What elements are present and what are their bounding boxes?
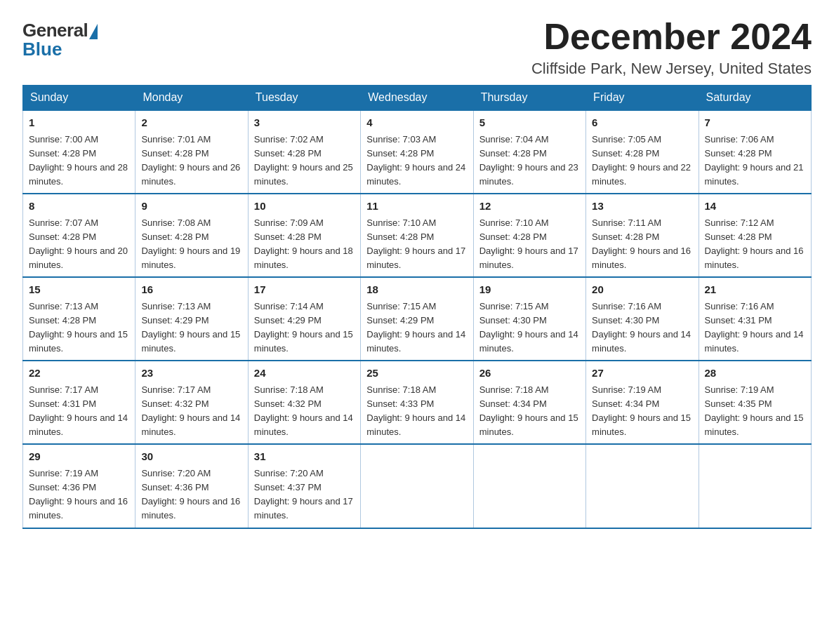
day-info: Sunrise: 7:10 AMSunset: 4:28 PMDaylight:… (366, 217, 465, 270)
day-cell: 25Sunrise: 7:18 AMSunset: 4:33 PMDayligh… (361, 361, 473, 444)
col-header-monday: Monday (135, 86, 248, 111)
day-number: 25 (366, 365, 467, 382)
calendar-table: SundayMondayTuesdayWednesdayThursdayFrid… (22, 85, 812, 528)
day-number: 11 (366, 199, 467, 215)
day-number: 20 (592, 282, 692, 298)
day-info: Sunrise: 7:13 AMSunset: 4:29 PMDaylight:… (141, 301, 240, 354)
day-cell: 1Sunrise: 7:00 AMSunset: 4:28 PMDaylight… (23, 110, 135, 194)
day-cell: 24Sunrise: 7:18 AMSunset: 4:32 PMDayligh… (248, 361, 360, 444)
day-cell: 29Sunrise: 7:19 AMSunset: 4:36 PMDayligh… (23, 444, 135, 528)
day-cell: 22Sunrise: 7:17 AMSunset: 4:31 PMDayligh… (23, 361, 135, 444)
day-cell: 3Sunrise: 7:02 AMSunset: 4:28 PMDaylight… (248, 110, 360, 194)
day-info: Sunrise: 7:11 AMSunset: 4:28 PMDaylight:… (592, 217, 691, 270)
day-cell: 8Sunrise: 7:07 AMSunset: 4:28 PMDaylight… (23, 194, 135, 277)
day-info: Sunrise: 7:20 AMSunset: 4:36 PMDaylight:… (141, 468, 240, 521)
day-number: 26 (479, 365, 580, 382)
day-number: 23 (141, 365, 241, 382)
title-block: December 2024 Cliffside Park, New Jersey… (531, 17, 812, 78)
day-number: 12 (479, 199, 580, 215)
day-cell: 11Sunrise: 7:10 AMSunset: 4:28 PMDayligh… (361, 194, 473, 277)
day-cell: 20Sunrise: 7:16 AMSunset: 4:30 PMDayligh… (586, 277, 699, 361)
week-row-4: 22Sunrise: 7:17 AMSunset: 4:31 PMDayligh… (23, 361, 812, 444)
day-cell: 12Sunrise: 7:10 AMSunset: 4:28 PMDayligh… (473, 194, 585, 277)
month-title: December 2024 (531, 17, 812, 57)
col-header-friday: Friday (586, 86, 699, 111)
col-header-thursday: Thursday (473, 86, 585, 111)
week-row-2: 8Sunrise: 7:07 AMSunset: 4:28 PMDaylight… (23, 194, 812, 277)
day-cell: 28Sunrise: 7:19 AMSunset: 4:35 PMDayligh… (699, 361, 811, 444)
day-number: 5 (479, 115, 580, 131)
day-number: 1 (29, 115, 129, 131)
day-number: 30 (141, 449, 241, 465)
day-number: 31 (254, 449, 355, 465)
day-cell: 27Sunrise: 7:19 AMSunset: 4:34 PMDayligh… (586, 361, 699, 444)
day-info: Sunrise: 7:05 AMSunset: 4:28 PMDaylight:… (592, 134, 691, 187)
day-info: Sunrise: 7:06 AMSunset: 4:28 PMDaylight:… (705, 134, 804, 187)
day-cell: 10Sunrise: 7:09 AMSunset: 4:28 PMDayligh… (248, 194, 360, 277)
day-cell: 16Sunrise: 7:13 AMSunset: 4:29 PMDayligh… (135, 277, 248, 361)
week-row-3: 15Sunrise: 7:13 AMSunset: 4:28 PMDayligh… (23, 277, 812, 361)
day-cell: 6Sunrise: 7:05 AMSunset: 4:28 PMDaylight… (586, 110, 699, 194)
page-header: General Blue December 2024 Cliffside Par… (22, 17, 812, 78)
day-number: 27 (592, 365, 692, 382)
day-info: Sunrise: 7:15 AMSunset: 4:29 PMDaylight:… (366, 301, 465, 354)
col-header-sunday: Sunday (23, 86, 135, 111)
day-number: 24 (254, 365, 355, 382)
day-info: Sunrise: 7:19 AMSunset: 4:35 PMDaylight:… (705, 384, 804, 437)
day-number: 14 (705, 199, 805, 215)
day-cell: 21Sunrise: 7:16 AMSunset: 4:31 PMDayligh… (699, 277, 811, 361)
day-cell: 31Sunrise: 7:20 AMSunset: 4:37 PMDayligh… (248, 444, 360, 528)
day-info: Sunrise: 7:07 AMSunset: 4:28 PMDaylight:… (29, 217, 128, 270)
day-number: 2 (141, 115, 241, 131)
day-info: Sunrise: 7:19 AMSunset: 4:34 PMDaylight:… (592, 384, 691, 437)
day-cell: 2Sunrise: 7:01 AMSunset: 4:28 PMDaylight… (135, 110, 248, 194)
logo: General Blue (22, 17, 98, 60)
day-number: 3 (254, 115, 355, 131)
day-number: 28 (705, 365, 805, 382)
day-number: 21 (705, 282, 805, 298)
day-number: 8 (29, 199, 129, 215)
day-info: Sunrise: 7:18 AMSunset: 4:34 PMDaylight:… (479, 384, 578, 437)
week-row-5: 29Sunrise: 7:19 AMSunset: 4:36 PMDayligh… (23, 444, 812, 528)
col-header-saturday: Saturday (699, 86, 811, 111)
day-number: 13 (592, 199, 692, 215)
day-info: Sunrise: 7:20 AMSunset: 4:37 PMDaylight:… (254, 468, 353, 521)
day-number: 18 (366, 282, 467, 298)
day-info: Sunrise: 7:00 AMSunset: 4:28 PMDaylight:… (29, 134, 128, 187)
location-title: Cliffside Park, New Jersey, United State… (531, 60, 812, 78)
day-cell (361, 444, 473, 528)
day-info: Sunrise: 7:17 AMSunset: 4:32 PMDaylight:… (141, 384, 240, 437)
day-info: Sunrise: 7:01 AMSunset: 4:28 PMDaylight:… (141, 134, 240, 187)
day-number: 4 (366, 115, 467, 131)
day-info: Sunrise: 7:17 AMSunset: 4:31 PMDaylight:… (29, 384, 128, 437)
day-info: Sunrise: 7:04 AMSunset: 4:28 PMDaylight:… (479, 134, 578, 187)
day-number: 7 (705, 115, 805, 131)
day-info: Sunrise: 7:03 AMSunset: 4:28 PMDaylight:… (366, 134, 465, 187)
day-cell: 30Sunrise: 7:20 AMSunset: 4:36 PMDayligh… (135, 444, 248, 528)
day-number: 16 (141, 282, 241, 298)
day-cell: 19Sunrise: 7:15 AMSunset: 4:30 PMDayligh… (473, 277, 585, 361)
day-info: Sunrise: 7:18 AMSunset: 4:32 PMDaylight:… (254, 384, 353, 437)
day-cell (473, 444, 585, 528)
day-info: Sunrise: 7:10 AMSunset: 4:28 PMDaylight:… (479, 217, 578, 270)
day-info: Sunrise: 7:14 AMSunset: 4:29 PMDaylight:… (254, 301, 353, 354)
day-cell: 9Sunrise: 7:08 AMSunset: 4:28 PMDaylight… (135, 194, 248, 277)
day-cell: 14Sunrise: 7:12 AMSunset: 4:28 PMDayligh… (699, 194, 811, 277)
week-row-1: 1Sunrise: 7:00 AMSunset: 4:28 PMDaylight… (23, 110, 812, 194)
day-cell: 15Sunrise: 7:13 AMSunset: 4:28 PMDayligh… (23, 277, 135, 361)
logo-triangle-icon (89, 24, 98, 39)
col-header-tuesday: Tuesday (248, 86, 360, 111)
logo-blue-text: Blue (22, 39, 62, 60)
day-number: 17 (254, 282, 355, 298)
day-number: 9 (141, 199, 241, 215)
day-info: Sunrise: 7:13 AMSunset: 4:28 PMDaylight:… (29, 301, 128, 354)
day-number: 22 (29, 365, 129, 382)
day-number: 6 (592, 115, 692, 131)
day-cell: 17Sunrise: 7:14 AMSunset: 4:29 PMDayligh… (248, 277, 360, 361)
day-cell: 18Sunrise: 7:15 AMSunset: 4:29 PMDayligh… (361, 277, 473, 361)
col-header-wednesday: Wednesday (361, 86, 473, 111)
day-info: Sunrise: 7:02 AMSunset: 4:28 PMDaylight:… (254, 134, 353, 187)
day-info: Sunrise: 7:08 AMSunset: 4:28 PMDaylight:… (141, 217, 240, 270)
day-number: 15 (29, 282, 129, 298)
day-cell (586, 444, 699, 528)
